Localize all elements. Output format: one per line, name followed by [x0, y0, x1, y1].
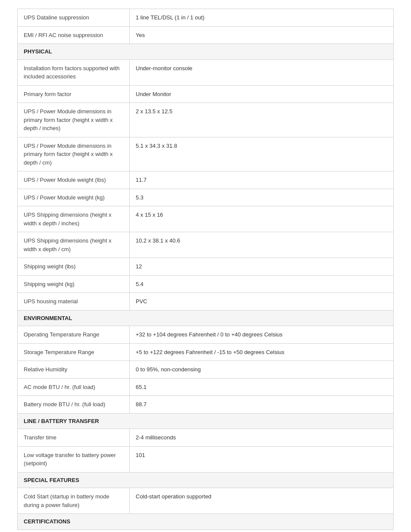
row-value: 88.7: [130, 396, 394, 414]
table-row: Transfer time2-4 milliseconds: [18, 429, 394, 447]
row-value: 2 x 13.5 x 12.5: [130, 103, 394, 137]
row-value: Yes: [130, 26, 394, 44]
table-row: UPS Shipping dimensions (height x width …: [18, 206, 394, 232]
table-row: Operating Temperature Range+32 to +104 d…: [18, 326, 394, 344]
table-row: Relative Humidity0 to 95%, non-condensin…: [18, 361, 394, 379]
section-header: ENVIRONMENTAL: [18, 310, 394, 326]
row-value: 4 x 15 x 16: [130, 206, 394, 232]
section-label: ENVIRONMENTAL: [18, 310, 394, 326]
row-label: AC mode BTU / hr. (full load): [18, 378, 130, 396]
table-row: AC mode BTU / hr. (full load)65.1: [18, 378, 394, 396]
table-row: UPS / Power Module weight (lbs)11.7: [18, 171, 394, 189]
row-value: 12: [130, 258, 394, 276]
row-label: UPS / Power Module dimensions in primary…: [18, 103, 130, 137]
row-value: Cold-start operation supported: [130, 488, 394, 514]
row-value: 0 to 95%, non-condensing: [130, 361, 394, 379]
table-row: UPS Shipping dimensions (height x width …: [18, 232, 394, 258]
table-row: UPS Dataline suppression1 line TEL/DSL (…: [18, 9, 394, 27]
table-row: Installation form factors supported with…: [18, 59, 394, 85]
table-row: Primary form factorUnder Monitor: [18, 85, 394, 103]
table-row: UPS / Power Module weight (kg)5.3: [18, 189, 394, 206]
table-row: Cold Start (startup in battery mode duri…: [18, 488, 394, 514]
row-value: 5.1 x 34.3 x 31.8: [130, 137, 394, 171]
row-label: Shipping weight (kg): [18, 275, 130, 293]
row-label: Battery mode BTU / hr. (full load): [18, 396, 130, 414]
row-label: UPS / Power Module weight (lbs): [18, 171, 130, 189]
section-header: LINE / BATTERY TRANSFER: [18, 413, 394, 429]
row-label: EMI / RFI AC noise suppression: [18, 26, 130, 44]
row-label: Relative Humidity: [18, 361, 130, 379]
table-row: Shipping weight (kg)5.4: [18, 275, 394, 293]
row-label: UPS / Power Module dimensions in primary…: [18, 137, 130, 171]
row-value: 65.1: [130, 378, 394, 396]
table-row: UPS housing materialPVC: [18, 293, 394, 311]
row-value: +5 to +122 degrees Fahrenheit / -15 to +…: [130, 343, 394, 361]
table-row: Battery mode BTU / hr. (full load)88.7: [18, 396, 394, 414]
row-value: 1 line TEL/DSL (1 in / 1 out): [130, 9, 394, 27]
section-header: SPECIAL FEATURES: [18, 472, 394, 488]
row-label: UPS housing material: [18, 293, 130, 311]
row-label: Operating Temperature Range: [18, 326, 130, 344]
spec-table: UPS Dataline suppression1 line TEL/DSL (…: [17, 9, 394, 530]
row-label: UPS Shipping dimensions (height x width …: [18, 232, 130, 258]
row-label: Transfer time: [18, 429, 130, 447]
row-label: Primary form factor: [18, 85, 130, 103]
table-row: UPS / Power Module dimensions in primary…: [18, 137, 394, 171]
section-label: CERTIFICATIONS: [18, 514, 394, 530]
row-value: 2-4 milliseconds: [130, 429, 394, 447]
row-label: Shipping weight (lbs): [18, 258, 130, 276]
row-value: Under-monitor console: [130, 59, 394, 85]
row-value: 5.4: [130, 275, 394, 293]
section-label: LINE / BATTERY TRANSFER: [18, 413, 394, 429]
row-label: UPS / Power Module weight (kg): [18, 189, 130, 206]
table-row: Low voltage transfer to battery power (s…: [18, 446, 394, 472]
row-value: PVC: [130, 293, 394, 311]
row-label: Storage Temperature Range: [18, 343, 130, 361]
row-value: 10.2 x 38.1 x 40.6: [130, 232, 394, 258]
table-row: UPS / Power Module dimensions in primary…: [18, 103, 394, 137]
row-label: UPS Dataline suppression: [18, 9, 130, 27]
row-value: 5.3: [130, 189, 394, 206]
row-label: UPS Shipping dimensions (height x width …: [18, 206, 130, 232]
row-label: Low voltage transfer to battery power (s…: [18, 446, 130, 472]
row-value: 101: [130, 446, 394, 472]
section-header: PHYSICAL: [18, 44, 394, 60]
section-header: CERTIFICATIONS: [18, 514, 394, 530]
row-value: +32 to +104 degrees Fahrenheit / 0 to +4…: [130, 326, 394, 344]
row-value: 11.7: [130, 171, 394, 189]
table-row: Storage Temperature Range+5 to +122 degr…: [18, 343, 394, 361]
table-row: EMI / RFI AC noise suppressionYes: [18, 26, 394, 44]
table-row: Shipping weight (lbs)12: [18, 258, 394, 276]
row-value: Under Monitor: [130, 85, 394, 103]
row-label: Cold Start (startup in battery mode duri…: [18, 488, 130, 514]
section-label: PHYSICAL: [18, 44, 394, 60]
section-label: SPECIAL FEATURES: [18, 472, 394, 488]
row-label: Installation form factors supported with…: [18, 59, 130, 85]
